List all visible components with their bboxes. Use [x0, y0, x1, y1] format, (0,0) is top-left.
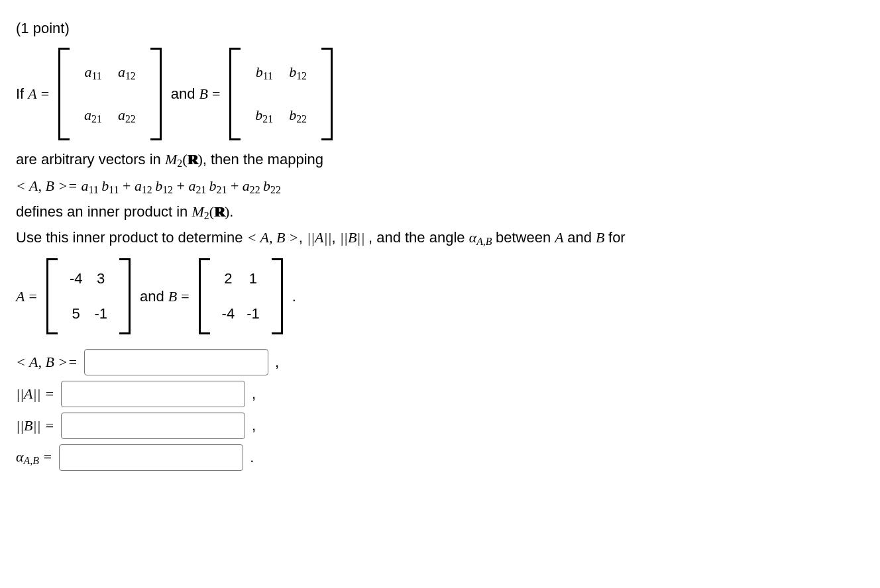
text-fragment: for: [608, 229, 626, 246]
norm-b-symbol: ||B||: [340, 229, 365, 246]
answer-input-norm-a[interactable]: [61, 381, 245, 407]
m2-symbol: M: [165, 151, 177, 168]
answer-input-angle[interactable]: [59, 444, 243, 471]
answer-row-inner-product: < A, B >= ,: [16, 349, 864, 375]
matrix-definition-line: If A = a11 a12 a21 a22 and B = b11 b12 b…: [16, 48, 864, 141]
real-numbers-symbol: R: [188, 150, 198, 170]
inner-product-lhs: < A, B >=: [16, 177, 82, 194]
answer-label-norm-a: ||A|| =: [16, 384, 54, 404]
bracket-right-icon: [119, 258, 131, 334]
arbitrary-vectors-line: are arbitrary vectors in M2(R), then the…: [16, 150, 864, 170]
matrix-B-symbol: B: [199, 84, 207, 104]
matrix-cell: 2: [224, 269, 232, 289]
m2-sub: 2: [204, 210, 209, 221]
ab-symbol: < A, B >: [247, 229, 299, 246]
answer-label-norm-b: ||B|| =: [16, 416, 54, 436]
matrix-cell: -4: [70, 269, 83, 289]
trailing-period: .: [250, 448, 254, 467]
period: .: [292, 287, 296, 307]
matrix-cell: -1: [247, 304, 260, 324]
text-fragment: , then the mapping: [203, 151, 323, 168]
equals-sign: =: [212, 84, 220, 104]
paren-open: (: [209, 203, 214, 220]
matrix-A-symbol: A: [555, 229, 563, 246]
m2-symbol: M: [192, 203, 203, 220]
bracket-left-icon: [229, 48, 241, 141]
trailing-comma: ,: [275, 352, 279, 372]
matrix-cell: 1: [249, 269, 257, 289]
bracket-left-icon: [58, 48, 70, 141]
answer-row-angle: αA,B = .: [16, 444, 864, 471]
answer-section: < A, B >= , ||A|| = , ||B|| = , αA,B = .: [16, 349, 864, 471]
answer-label-inner-product: < A, B >=: [16, 352, 78, 372]
inner-product-rhs: a11 b11 + a12 b12 + a21 b21 + a22 b22: [82, 177, 281, 194]
matrix-cell: -1: [94, 304, 107, 324]
answer-row-norm-a: ||A|| = ,: [16, 381, 864, 407]
matrix-A-symbol: A: [28, 84, 36, 104]
matrix-A-symbolic: a11 a12 a21 a22: [58, 48, 162, 141]
matrix-A-numeric: -4 3 5 -1: [46, 258, 131, 334]
use-inner-product-line: Use this inner product to determine < A,…: [16, 228, 864, 248]
text-fragment: .: [229, 203, 233, 220]
equals-sign: =: [181, 287, 189, 307]
points-label: (1 point): [16, 19, 864, 38]
alpha-sub: A,B: [476, 236, 492, 247]
text-fragment: defines an inner product in: [16, 203, 192, 220]
paren-open: (: [182, 151, 187, 168]
alpha-symbol: α: [469, 229, 477, 246]
matrix-B-symbol: B: [168, 287, 177, 307]
text-fragment: are arbitrary vectors in: [16, 151, 165, 168]
answer-label-angle: αA,B =: [16, 447, 52, 467]
numeric-matrices-line: A = -4 3 5 -1 and B = 2 1 -4 -1: [16, 258, 864, 334]
problem-container: (1 point) If A = a11 a12 a21 a22 and B =…: [0, 0, 880, 489]
equals-sign: =: [28, 287, 36, 307]
answer-input-norm-b[interactable]: [61, 413, 245, 439]
matrix-B-numeric: 2 1 -4 -1: [199, 258, 283, 334]
and-label: and: [140, 287, 164, 307]
bracket-left-icon: [199, 258, 210, 334]
matrix-cell: 5: [72, 304, 80, 324]
bracket-right-icon: [321, 48, 333, 141]
equals-sign: =: [41, 84, 49, 104]
trailing-comma: ,: [252, 384, 256, 404]
defines-inner-product-line: defines an inner product in M2(R).: [16, 202, 864, 222]
real-numbers-symbol: R: [214, 202, 225, 222]
inner-product-definition: < A, B >= a11 b11 + a12 b12 + a21 b21 + …: [16, 176, 864, 197]
text-fragment: between: [496, 229, 555, 246]
matrix-cell: 3: [97, 269, 105, 289]
separator: ,: [332, 229, 340, 246]
trailing-comma: ,: [252, 416, 256, 436]
text-fragment: and: [567, 229, 596, 246]
answer-row-norm-b: ||B|| = ,: [16, 413, 864, 439]
matrix-A-symbol: A: [16, 287, 25, 307]
matrix-B-symbolic: b11 b12 b21 b22: [229, 48, 333, 141]
matrix-cell: -4: [222, 304, 235, 324]
matrix-B-symbol: B: [596, 229, 604, 246]
separator: ,: [299, 229, 307, 246]
answer-input-inner-product[interactable]: [84, 349, 268, 375]
norm-a-symbol: ||A||: [307, 229, 332, 246]
and-label: and: [171, 84, 195, 104]
bracket-right-icon: [272, 258, 283, 334]
bracket-left-icon: [46, 258, 58, 334]
bracket-right-icon: [150, 48, 162, 141]
if-label: If: [16, 84, 24, 104]
text-fragment: , and the angle: [368, 229, 469, 246]
text-fragment: Use this inner product to determine: [16, 229, 247, 246]
